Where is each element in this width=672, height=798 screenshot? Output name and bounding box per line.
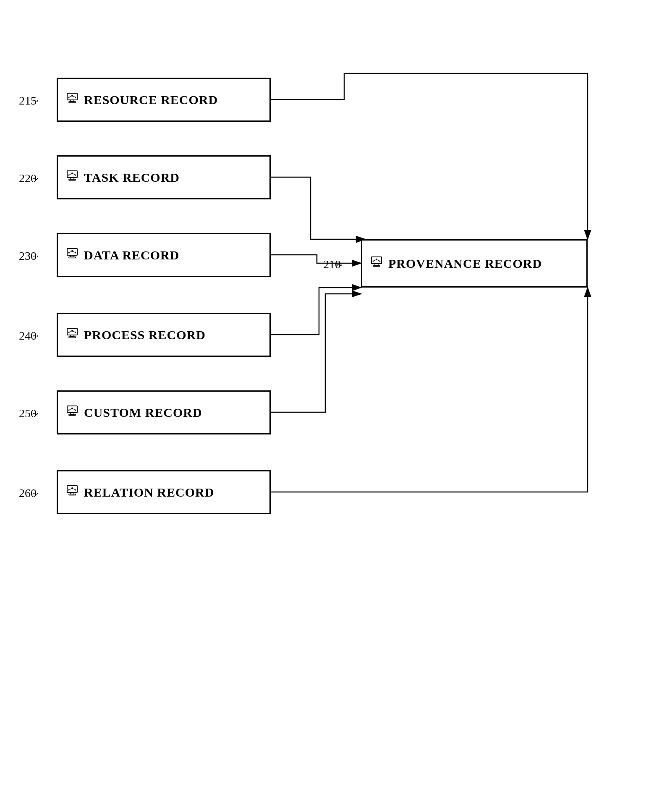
label-process: PROCESS RECORD [84, 328, 206, 342]
svg-line-47 [69, 488, 72, 490]
squiggle-task: ~ [32, 173, 38, 185]
icon-provenance [369, 255, 384, 272]
box-provenance: PROVENANCE RECORD [361, 239, 588, 288]
icon-data [65, 247, 80, 264]
svg-line-48 [72, 488, 76, 490]
label-provenance: PROVENANCE RECORD [388, 256, 542, 271]
svg-line-32 [72, 331, 76, 332]
svg-rect-51 [373, 265, 380, 267]
squiggle-resource: ~ [32, 95, 38, 107]
svg-line-7 [69, 96, 72, 97]
box-process: PROCESS RECORD [57, 313, 271, 357]
svg-rect-19 [69, 257, 76, 258]
svg-line-16 [72, 173, 76, 175]
svg-line-24 [72, 251, 76, 253]
svg-rect-35 [69, 414, 76, 416]
label-resource: RESOURCE RECORD [84, 93, 218, 107]
svg-line-8 [72, 96, 76, 97]
squiggle-custom: ~ [32, 408, 38, 420]
svg-line-15 [69, 173, 72, 175]
icon-relation [65, 484, 80, 501]
svg-line-56 [377, 259, 380, 261]
label-custom: CUSTOM RECORD [84, 406, 202, 420]
box-relation: RELATION RECORD [57, 470, 271, 514]
svg-line-40 [72, 408, 76, 410]
icon-resource [65, 92, 80, 108]
svg-rect-3 [69, 102, 76, 103]
box-custom: CUSTOM RECORD [57, 390, 271, 434]
label-relation: RELATION RECORD [84, 485, 214, 500]
label-data: DATA RECORD [84, 248, 179, 262]
svg-rect-43 [69, 494, 76, 495]
icon-process [65, 327, 80, 343]
icon-custom [65, 404, 80, 421]
squiggle-relation: ~ [32, 487, 38, 500]
label-task: TASK RECORD [84, 170, 180, 185]
svg-rect-11 [69, 179, 76, 181]
svg-line-55 [373, 259, 377, 261]
squiggle-provenance: ~ [337, 259, 343, 271]
squiggle-process: ~ [32, 330, 38, 343]
svg-line-39 [69, 408, 72, 410]
box-task: TASK RECORD [57, 155, 271, 199]
svg-rect-27 [69, 337, 76, 338]
svg-line-31 [69, 331, 72, 332]
svg-line-23 [69, 251, 72, 253]
icon-task [65, 169, 80, 186]
box-resource: RESOURCE RECORD [57, 78, 271, 122]
squiggle-data: ~ [32, 250, 38, 263]
box-data: DATA RECORD [57, 233, 271, 277]
